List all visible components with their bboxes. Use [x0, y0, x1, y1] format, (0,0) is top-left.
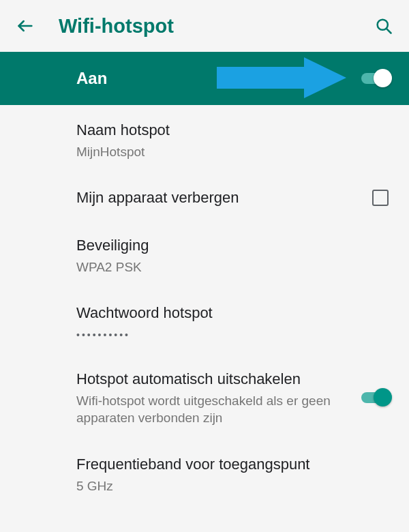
hide-device-title: Mijn apparaat verbergen	[76, 188, 372, 208]
auto-off-toggle-switch[interactable]	[361, 389, 389, 406]
frequency-band-title: Frequentieband voor toegangspunt	[76, 454, 389, 475]
master-toggle-label: Aan	[76, 69, 361, 88]
hotspot-name-title: Naam hotspot	[76, 120, 389, 141]
master-toggle-row[interactable]: Aan	[0, 52, 409, 105]
security-title: Beveiliging	[76, 235, 389, 256]
back-arrow-icon[interactable]	[15, 16, 35, 36]
auto-off-title: Hotspot automatisch uitschakelen	[76, 369, 361, 389]
auto-off-row[interactable]: Hotspot automatisch uitschakelen Wifi-ho…	[0, 355, 409, 441]
hotspot-name-row[interactable]: Naam hotspot MijnHotspot	[0, 106, 409, 174]
hide-device-checkbox[interactable]	[372, 190, 389, 206]
frequency-band-value: 5 GHz	[76, 477, 389, 495]
svg-line-2	[387, 29, 391, 33]
password-row[interactable]: Wachtwoord hotspot ••••••••••	[0, 289, 409, 355]
hide-device-row[interactable]: Mijn apparaat verbergen	[0, 174, 409, 222]
page-title: Wifi-hotspot	[59, 15, 374, 38]
password-value: ••••••••••	[76, 329, 389, 342]
security-row[interactable]: Beveiliging WPA2 PSK	[0, 222, 409, 289]
auto-off-sub: Wifi-hotspot wordt uitgeschakeld als er …	[76, 392, 361, 427]
frequency-band-row[interactable]: Frequentieband voor toegangspunt 5 GHz	[0, 441, 409, 508]
hotspot-name-value: MijnHotspot	[76, 143, 389, 161]
security-value: WPA2 PSK	[76, 258, 389, 276]
password-title: Wachtwoord hotspot	[76, 303, 389, 323]
master-toggle-switch[interactable]	[361, 70, 389, 87]
app-header: Wifi-hotspot	[0, 0, 409, 52]
settings-list: Naam hotspot MijnHotspot Mijn apparaat v…	[0, 105, 409, 508]
search-icon[interactable]	[374, 16, 394, 36]
